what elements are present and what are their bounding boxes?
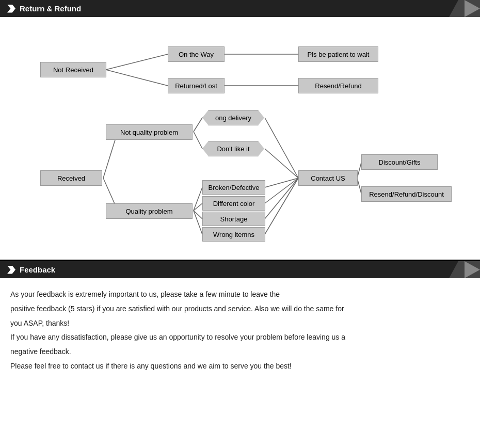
node-shortage: Shortage bbox=[202, 212, 265, 226]
feedback-line-4: If you have any dissatisfaction, please … bbox=[10, 331, 470, 344]
svg-line-12 bbox=[265, 118, 298, 178]
svg-line-11 bbox=[194, 211, 202, 234]
node-resend-refund-discount: Resend/Refund/Discount bbox=[361, 186, 452, 202]
diagram-area: Not Received On the Way Returned/Lost Pl… bbox=[0, 17, 480, 260]
feedback-line-3: you ASAP, thanks! bbox=[10, 317, 470, 330]
node-pls-be-patient: Pls be patient to wait bbox=[298, 46, 378, 62]
svg-line-19 bbox=[357, 178, 361, 194]
svg-line-0 bbox=[106, 54, 168, 70]
feedback-line-2: positive feedback (5 stars) if you are s… bbox=[10, 303, 470, 315]
node-not-quality-problem: Not quality problem bbox=[106, 124, 193, 140]
feedback-line-6: Please feel free to contact us if there … bbox=[10, 360, 470, 373]
feedback-header: Feedback bbox=[0, 260, 480, 278]
feedback-header-icon bbox=[7, 266, 15, 274]
node-quality-problem: Quality problem bbox=[106, 203, 193, 219]
svg-line-16 bbox=[265, 178, 298, 219]
node-resend-refund-top: Resend/Refund bbox=[298, 78, 378, 93]
feedback-title: Feedback bbox=[20, 265, 55, 274]
svg-line-7 bbox=[194, 132, 202, 149]
svg-line-15 bbox=[265, 178, 298, 203]
svg-line-18 bbox=[357, 163, 361, 178]
svg-line-13 bbox=[265, 149, 298, 178]
node-broken-defective: Broken/Defective bbox=[202, 180, 265, 195]
return-refund-title: Return & Refund bbox=[20, 4, 81, 13]
node-different-color: Different color bbox=[202, 196, 265, 211]
node-contact-us: Contact US bbox=[298, 170, 358, 186]
header-icon bbox=[7, 5, 15, 13]
svg-line-17 bbox=[265, 178, 298, 234]
svg-line-1 bbox=[106, 70, 168, 86]
feedback-line-5: negative feedback. bbox=[10, 346, 470, 358]
node-received: Received bbox=[40, 170, 102, 186]
feedback-line-1: As your feedback is extremely important … bbox=[10, 289, 470, 301]
return-refund-header: Return & Refund bbox=[0, 0, 480, 17]
node-wrong-items: Wrong itemns bbox=[202, 227, 265, 242]
feedback-text: As your feedback is extremely important … bbox=[0, 278, 480, 380]
node-ong-delivery: ong delivery bbox=[202, 110, 264, 125]
node-on-the-way: On the Way bbox=[168, 46, 225, 62]
node-returned-lost: Returned/Lost bbox=[168, 78, 225, 93]
node-discount-gifts: Discount/Gifts bbox=[361, 154, 438, 170]
node-not-received: Not Received bbox=[40, 62, 106, 77]
svg-line-6 bbox=[194, 118, 202, 132]
node-dont-like-it: Don't like it bbox=[202, 141, 264, 156]
